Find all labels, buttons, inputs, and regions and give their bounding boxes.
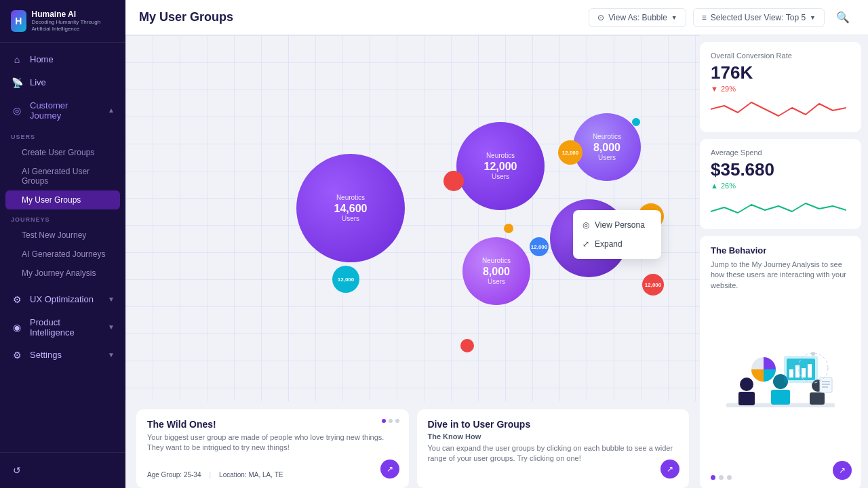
svg-rect-11 (802, 368, 806, 378)
sidebar-subitem-ai-user-groups[interactable]: AI Generated User Groups (0, 162, 125, 190)
topbar-controls: ⊙ View As: Bubble ▼ ≡ Selected User View… (589, 6, 854, 29)
sidebar-item-settings[interactable]: ⚙ Settings ▼ (0, 344, 125, 367)
bubble-tiny-yellow[interactable] (504, 224, 513, 233)
right-panel: Overall Conversion Rate 176K ▼ 29% Avera… (700, 35, 868, 488)
bubble-8000-top[interactable]: Neurotics 8,000 Users (573, 113, 641, 181)
ai-user-groups-label: AI Generated User Groups (22, 167, 115, 186)
settings-icon: ⚙ (11, 350, 23, 361)
ai-journeys-label: AI Generated Journeys (22, 249, 105, 259)
sidebar-item-home[interactable]: ⌂ Home (0, 48, 125, 71)
ux-icon: ⚙ (11, 294, 23, 305)
selected-view-label: Selected User View: Top 5 (711, 13, 806, 22)
svg-point-19 (811, 352, 815, 356)
test-journey-label: Test New Journey (22, 230, 86, 240)
chevron-up-icon: ▲ (108, 106, 115, 114)
bottom-cards-area: The Wild Ones! Your biggest user group a… (125, 401, 700, 488)
bubble-red-bottom[interactable] (460, 339, 474, 352)
topbar: My User Groups ⊙ View As: Bubble ▼ ≡ Sel… (125, 0, 868, 35)
svg-rect-6 (810, 392, 825, 405)
content-area: Neurotics 14,600 Users Neurotics 12,000 … (125, 35, 868, 488)
behavior-card: The Behavior Jump to the My Journey Anal… (700, 236, 861, 488)
sidebar-nav: ⌂ Home 📡 Live ◎ Customer Journey ▲ USERS… (0, 43, 125, 452)
wild-ones-title: The Wild Ones! (147, 419, 398, 430)
customer-journey-icon: ◎ (11, 105, 23, 116)
sidebar-refresh-btn[interactable]: ↺ (11, 461, 115, 480)
bubble-12000-top[interactable]: Neurotics 12,000 Users (456, 122, 545, 210)
sidebar: H Humaine AI Decoding Humanity Through A… (0, 0, 125, 488)
brand-name: Humaine AI (32, 9, 115, 19)
conversion-change: ▼ 29% (711, 85, 850, 93)
my-journey-label: My Journey Analysis (22, 268, 96, 278)
persona-icon: ◎ (583, 220, 589, 230)
sidebar-bottom: ↺ (0, 452, 125, 488)
chevron-down-icon2: ▼ (108, 323, 115, 331)
dive-in-text: You can expand the user groups by clicki… (428, 443, 679, 464)
spend-pct: 26% (721, 182, 736, 190)
wild-ones-text: Your biggest user group are made of peop… (147, 432, 398, 453)
sidebar-subitem-my-journey-analysis[interactable]: My Journey Analysis (0, 264, 125, 283)
svg-rect-10 (795, 365, 800, 378)
sidebar-subitem-ai-journeys[interactable]: AI Generated Journeys (0, 245, 125, 264)
logo-icon: H (11, 10, 26, 32)
bubble-cyan[interactable]: 12,000 (332, 266, 359, 293)
search-button[interactable]: 🔍 (831, 6, 854, 29)
sidebar-item-live[interactable]: 📡 Live (0, 71, 125, 94)
my-user-groups-label: My User Groups (22, 195, 81, 205)
conversion-rate-card: Overall Conversion Rate 176K ▼ 29% (700, 42, 861, 132)
sidebar-item-label: Live (30, 77, 46, 87)
list-icon: ≡ (702, 13, 707, 22)
behavior-dot-indicators (711, 475, 850, 480)
bubble-14600[interactable]: Neurotics 14,600 Users (296, 154, 405, 262)
refresh-icon: ↺ (11, 465, 23, 476)
bubble-chart-area: Neurotics 14,600 Users Neurotics 12,000 … (125, 35, 700, 401)
bubble-yellow-top[interactable]: 12,000 (558, 140, 583, 165)
bubble-red-left[interactable] (443, 171, 464, 191)
sidebar-item-label: Settings (30, 350, 62, 360)
bubble-8000-bot[interactable]: Neurotics 8,000 Users (462, 237, 530, 305)
behavior-illustration (711, 296, 850, 470)
dive-in-card: Dive in to User Groups The Know How You … (417, 409, 690, 488)
sidebar-subitem-test-journey[interactable]: Test New Journey (0, 226, 125, 245)
svg-rect-14 (820, 378, 832, 392)
down-arrow-icon: ▼ (711, 85, 718, 93)
bubble-tiny-teal[interactable] (632, 118, 640, 126)
spend-label: Average Spend (711, 148, 850, 157)
svg-rect-4 (771, 390, 790, 405)
main-area: My User Groups ⊙ View As: Bubble ▼ ≡ Sel… (125, 0, 868, 488)
view-as-label: View As: Bubble (608, 13, 667, 22)
sidebar-item-label: Home (30, 54, 54, 64)
sidebar-subitem-create-user-groups[interactable]: Create User Groups (0, 143, 125, 162)
view-as-bubble-btn[interactable]: ⊙ View As: Bubble ▼ (589, 8, 686, 27)
bubble-red-right[interactable]: 12,000 (642, 274, 664, 296)
dive-in-subtitle: The Know How (428, 432, 679, 441)
bubble-tooltip-menu: ◎ View Persona ⤢ Expand (573, 210, 661, 259)
sidebar-item-label: Customer Journey (30, 100, 101, 121)
tooltip-expand[interactable]: ⤢ Expand (573, 235, 661, 253)
svg-rect-12 (808, 364, 812, 378)
view-persona-label: View Persona (595, 220, 645, 230)
bubble-blue[interactable]: 12,000 (530, 237, 549, 256)
wild-ones-arrow-btn[interactable]: ↗ (380, 460, 399, 479)
selected-view-btn[interactable]: ≡ Selected User View: Top 5 ▼ (693, 8, 825, 27)
sidebar-subitem-my-user-groups[interactable]: My User Groups (5, 190, 120, 209)
behavior-arrow-btn[interactable]: ↗ (833, 461, 852, 480)
product-icon: ◉ (11, 322, 23, 333)
spend-change: ▲ 26% (711, 182, 850, 190)
sidebar-item-label: Product Intelligence (30, 317, 101, 338)
users-section-label: USERS (0, 127, 125, 143)
logo-area: H Humaine AI Decoding Humanity Through A… (0, 0, 125, 43)
behavior-text: Jump to the My Journey Analysis to see h… (711, 260, 850, 291)
sidebar-item-label: UX Optimization (30, 294, 94, 304)
average-spend-card: Average Spend $35.680 ▲ 26% (700, 139, 861, 229)
sidebar-item-customer-journey[interactable]: ◎ Customer Journey ▲ (0, 94, 125, 127)
spend-sparkline (711, 192, 850, 220)
home-icon: ⌂ (11, 54, 23, 65)
view-chevron-icon: ▼ (671, 14, 677, 21)
behavior-title: The Behavior (711, 245, 850, 256)
sidebar-item-product-intelligence[interactable]: ◉ Product Intelligence ▼ (0, 311, 125, 344)
tooltip-view-persona[interactable]: ◎ View Persona (573, 216, 661, 235)
sidebar-item-ux-optimization[interactable]: ⚙ UX Optimization ▼ (0, 288, 125, 311)
dive-in-arrow-btn[interactable]: ↗ (660, 460, 679, 479)
svg-rect-2 (738, 392, 755, 405)
dive-in-title: Dive in to User Groups (428, 419, 679, 430)
